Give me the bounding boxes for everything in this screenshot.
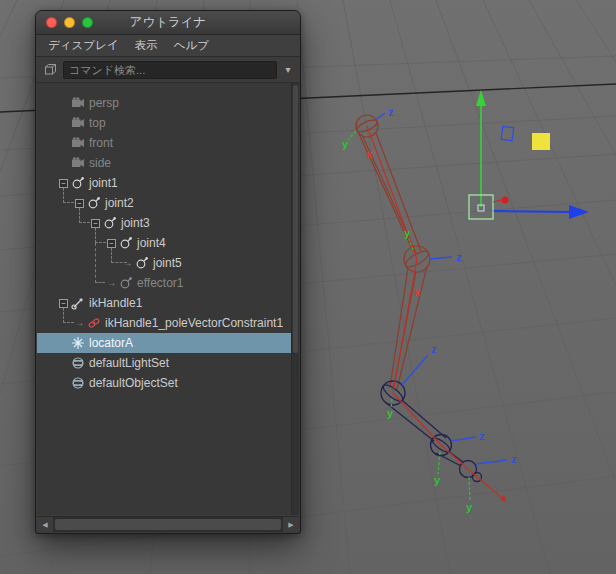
svg-text:z: z <box>388 106 394 118</box>
svg-text:z: z <box>511 453 517 465</box>
camera-icon <box>70 97 86 109</box>
tree-item-side[interactable]: side <box>37 153 291 173</box>
menu-bar: ディスプレイ 表示 ヘルプ <box>36 35 300 57</box>
tree-item-label: joint2 <box>105 196 134 210</box>
svg-text:y: y <box>466 501 473 513</box>
effector-icon <box>118 276 134 290</box>
collapse-toggle[interactable]: − <box>75 199 84 208</box>
tree-item-joint4[interactable]: − joint4 <box>37 233 291 253</box>
tree-connector: → <box>75 318 85 328</box>
ik-handle-icon <box>70 296 86 310</box>
tree-item-label: joint1 <box>89 176 118 190</box>
joint-icon <box>86 196 102 210</box>
title-bar[interactable]: アウトライナ <box>36 11 300 35</box>
tree-item-persp[interactable]: persp <box>37 93 291 113</box>
svg-text:y: y <box>342 138 349 150</box>
tree-connector: → <box>107 278 117 288</box>
vertical-scrollbar[interactable] <box>291 83 299 515</box>
tree-item-top[interactable]: top <box>37 113 291 133</box>
tree-item-joint5[interactable]: → joint5 <box>37 253 291 273</box>
tree-item-label: side <box>89 156 111 170</box>
collapse-toggle[interactable]: − <box>59 179 68 188</box>
tree-item-joint1[interactable]: − joint1 <box>37 173 291 193</box>
search-row: ▾ <box>36 57 300 83</box>
tree-item-label: persp <box>89 96 119 110</box>
tree-item-joint2[interactable]: − joint2 <box>37 193 291 213</box>
tree-item-locatora[interactable]: locatorA <box>37 333 291 353</box>
tree-item-label: effector1 <box>137 276 183 290</box>
svg-text:x: x <box>414 286 421 298</box>
tree-item-label: defaultLightSet <box>89 356 169 370</box>
collapse-toggle[interactable]: − <box>59 299 68 308</box>
svg-text:z: z <box>431 343 437 355</box>
red-axis-arrowhead <box>500 495 507 502</box>
horizontal-scrollbar-track[interactable] <box>53 517 283 532</box>
svg-text:y: y <box>404 227 411 239</box>
svg-text:z: z <box>479 430 485 442</box>
tree-item-polevectorconstraint[interactable]: → ikHandle1_poleVectorConstraint1 <box>37 313 291 333</box>
outliner-tree: persp top front <box>37 83 291 515</box>
tree-item-label: ikHandle1 <box>89 296 142 310</box>
menu-help[interactable]: ヘルプ <box>174 38 209 53</box>
horizontal-scrollbar[interactable]: ◀ ▶ <box>37 516 299 532</box>
joint-icon <box>118 236 134 250</box>
set-icon <box>70 356 86 370</box>
camera-icon <box>70 137 86 149</box>
tree-item-label: joint5 <box>153 256 182 270</box>
tree-item-label: locatorA <box>89 336 133 350</box>
manipulator-y-arrowhead <box>476 90 486 106</box>
scroll-right-button[interactable]: ▶ <box>283 517 299 532</box>
filter-icon[interactable] <box>42 63 58 76</box>
blue-marker-box <box>501 126 514 140</box>
tree-item-joint3[interactable]: − joint3 <box>37 213 291 233</box>
zoom-button[interactable] <box>82 17 93 28</box>
tree-item-label: front <box>89 136 113 150</box>
locator-icon <box>70 336 86 350</box>
tree-item-label: ikHandle1_poleVectorConstraint1 <box>105 316 283 330</box>
tree-connector: → <box>123 258 133 268</box>
svg-text:x: x <box>366 148 373 160</box>
constraint-icon <box>86 316 102 330</box>
scroll-left-button[interactable]: ◀ <box>37 517 53 532</box>
move-manipulator[interactable] <box>469 90 589 219</box>
svg-text:z: z <box>456 251 462 263</box>
outliner-window: アウトライナ ディスプレイ 表示 ヘルプ ▾ <box>35 10 301 534</box>
tree-item-label: top <box>89 116 106 130</box>
skeleton-wireframe[interactable] <box>348 113 507 502</box>
svg-text:y: y <box>387 407 394 419</box>
yellow-marker <box>532 133 550 150</box>
maya-application: z y x z y x z y z y z y アウトライナ ディスプレイ 表示 <box>0 0 616 574</box>
menu-display[interactable]: ディスプレイ <box>48 38 119 53</box>
manipulator-x-handle <box>502 197 509 204</box>
tree-item-front[interactable]: front <box>37 133 291 153</box>
manipulator-z-axis <box>492 211 571 212</box>
horizontal-scrollbar-thumb[interactable] <box>55 519 281 530</box>
vertical-scrollbar-thumb[interactable] <box>293 85 298 353</box>
tree-item-effector1[interactable]: → effector1 <box>37 273 291 293</box>
joint-icon <box>134 256 150 270</box>
close-button[interactable] <box>46 17 57 28</box>
search-dropdown-button[interactable]: ▾ <box>282 64 294 75</box>
tree-item-label: defaultObjectSet <box>89 376 178 390</box>
tree-item-label: joint4 <box>137 236 166 250</box>
joint-icon <box>102 216 118 230</box>
collapse-toggle[interactable]: − <box>107 239 116 248</box>
joint-icon <box>70 176 86 190</box>
collapse-toggle[interactable]: − <box>91 219 100 228</box>
camera-icon <box>70 117 86 129</box>
svg-text:y: y <box>434 474 441 486</box>
set-icon <box>70 376 86 390</box>
tree-item-ikhandle1[interactable]: − ikHandle1 <box>37 293 291 313</box>
tree-item-defaultobjectset[interactable]: defaultObjectSet <box>37 373 291 393</box>
tree-item-label: joint3 <box>121 216 150 230</box>
search-input[interactable] <box>63 61 277 79</box>
camera-icon <box>70 157 86 169</box>
minimize-button[interactable] <box>64 17 75 28</box>
tree-item-defaultlightset[interactable]: defaultLightSet <box>37 353 291 373</box>
menu-show[interactable]: 表示 <box>135 38 158 53</box>
